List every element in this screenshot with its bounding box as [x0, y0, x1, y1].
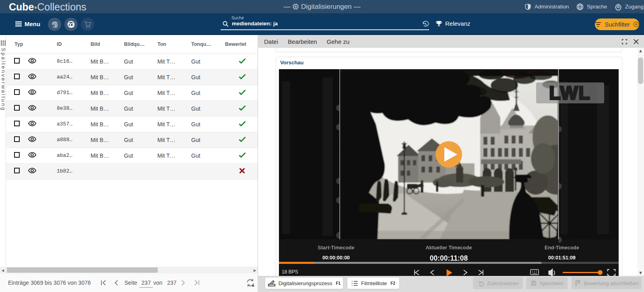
- svg-text:LWL: LWL: [549, 82, 590, 103]
- svg-text:Aktueller Timecode: Aktueller Timecode: [425, 245, 472, 251]
- svg-text:00:00:11:08: 00:00:11:08: [430, 254, 468, 262]
- svg-text:End-Timecode: End-Timecode: [545, 245, 579, 251]
- svg-text:18 BPS: 18 BPS: [282, 269, 298, 275]
- svg-text:00:01:51:09: 00:01:51:09: [548, 255, 576, 261]
- svg-text:Start-Timecode: Start-Timecode: [318, 245, 355, 251]
- svg-text:00:00:00:00: 00:00:00:00: [322, 255, 350, 261]
